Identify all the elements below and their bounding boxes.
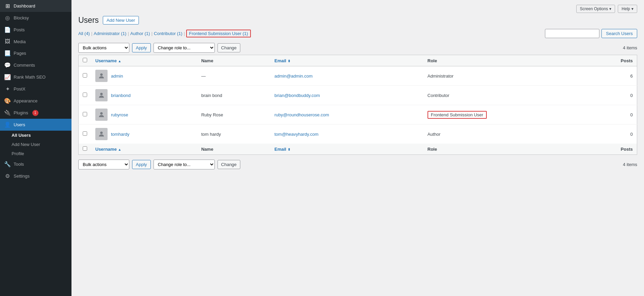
apply-button-bottom[interactable]: Apply — [132, 160, 151, 169]
email-cell-4: tom@heavyhardy.com — [270, 125, 423, 144]
table-row: tomhardytom hardytom@heavyhardy.comAutho… — [79, 125, 637, 144]
role-badge-3: Frontend Submission User — [428, 111, 487, 119]
email-column-header[interactable]: Email ⬍ — [270, 55, 423, 66]
sidebar-label-tools: Tools — [14, 162, 24, 167]
submenu-item-add-new-user[interactable]: Add New User — [0, 140, 71, 149]
row-checkbox-1[interactable] — [83, 73, 87, 78]
page-heading: Users Add New User — [78, 16, 637, 25]
users-table: Username ▲ Name Email ⬍ Role Posts admin… — [78, 55, 637, 155]
avatar-2 — [95, 89, 108, 101]
role-cell-4: Author — [423, 125, 587, 144]
sidebar-label-dashboard: Dashboard — [14, 3, 35, 9]
select-all-checkbox[interactable] — [83, 58, 87, 62]
table-row: rubyroseRuby Roseruby@roundhouserose.com… — [79, 105, 637, 125]
sidebar-label-comments: Comments — [14, 63, 35, 68]
select-all-footer-checkbox[interactable] — [83, 146, 87, 151]
sidebar-item-pages[interactable]: 📃Pages — [0, 47, 71, 59]
svg-point-0 — [100, 73, 102, 76]
change-button-top[interactable]: Change — [218, 43, 241, 52]
change-role-select-bottom[interactable]: Change role to... — [154, 160, 215, 169]
users-icon: 👤 — [4, 121, 11, 128]
sidebar-item-postx[interactable]: ✦PostX — [0, 83, 71, 95]
username-link-2[interactable]: brianbond — [111, 93, 131, 98]
row-checkbox-cell-1 — [79, 66, 92, 86]
search-area: Search Users — [545, 29, 637, 38]
top-bar-right: Screen Options ▾ Help ▾ — [576, 5, 637, 13]
email-footer-sort-icon: ⬍ — [288, 148, 290, 151]
filter-link-administrator[interactable]: Administrator (1) — [94, 31, 126, 36]
username-cell-4: tomhardy — [91, 125, 197, 144]
email-footer-header[interactable]: Email ⬍ — [270, 144, 423, 155]
filter-link-contributor[interactable]: Contributor (1) — [154, 31, 182, 36]
sidebar-item-plugins[interactable]: 🔌Plugins1 — [0, 107, 71, 119]
filter-link-all[interactable]: All (4) — [78, 31, 90, 36]
submenu-item-all-users[interactable]: All Users — [0, 131, 71, 140]
submenu-item-profile[interactable]: Profile — [0, 149, 71, 158]
sidebar-label-pages: Pages — [14, 51, 26, 56]
apply-button-top[interactable]: Apply — [132, 43, 151, 52]
sidebar-item-blocksy[interactable]: ◎Blocksy — [0, 12, 71, 24]
sidebar-item-appearance[interactable]: 🎨Appearance — [0, 95, 71, 107]
email-link-2[interactable]: brian@bondbuddy.com — [274, 93, 320, 98]
search-users-button[interactable]: Search Users — [601, 29, 637, 38]
email-cell-2: brian@bondbuddy.com — [270, 86, 423, 105]
email-link-1[interactable]: admin@admin.com — [274, 73, 312, 79]
change-role-select-top[interactable]: Change role to... — [154, 43, 215, 53]
row-checkbox-3[interactable] — [83, 112, 87, 116]
sidebar-label-appearance: Appearance — [14, 98, 37, 103]
sidebar-label-settings: Settings — [14, 174, 30, 179]
name-footer-header: Name — [197, 144, 270, 155]
username-link-3[interactable]: rubyrose — [111, 112, 128, 117]
username-footer-header[interactable]: Username ▲ — [91, 144, 197, 155]
sidebar-item-posts[interactable]: 📄Posts — [0, 24, 71, 36]
email-link-4[interactable]: tom@heavyhardy.com — [274, 132, 318, 137]
filter-link-author[interactable]: Author (1) — [130, 31, 150, 36]
table-footer-row: Username ▲ Name Email ⬍ Role Posts — [79, 144, 637, 155]
dashboard-icon: ⊞ — [4, 3, 11, 9]
sidebar-item-users[interactable]: 👤Users — [0, 119, 71, 131]
bulk-actions-select-bottom[interactable]: Bulk actions — [78, 160, 129, 169]
help-label: Help — [622, 6, 630, 11]
name-cell-3: Ruby Rose — [197, 105, 270, 125]
username-column-header[interactable]: Username ▲ — [91, 55, 197, 66]
bottom-toolbar: Bulk actions Apply Change role to... Cha… — [78, 158, 637, 171]
name-cell-4: tom hardy — [197, 125, 270, 144]
help-button[interactable]: Help ▾ — [618, 5, 637, 13]
row-checkbox-cell-3 — [79, 105, 92, 125]
blocksy-icon: ◎ — [4, 15, 11, 21]
username-link-4[interactable]: tomhardy — [111, 132, 129, 137]
email-link-3[interactable]: ruby@roundhouserose.com — [274, 112, 329, 117]
filter-sep-2: | — [128, 31, 129, 36]
add-new-user-button[interactable]: Add New User — [103, 16, 139, 24]
row-checkbox-4[interactable] — [83, 131, 87, 136]
bulk-actions-select-top[interactable]: Bulk actions — [78, 43, 129, 53]
top-toolbar: Bulk actions Apply Change role to... Cha… — [78, 41, 637, 55]
role-column-header: Role — [423, 55, 587, 66]
email-sort-icon: ⬍ — [288, 59, 290, 63]
filter-bar: All (4) | Administrator (1) | Author (1)… — [78, 29, 637, 38]
items-count-bottom: 4 items — [623, 162, 637, 167]
search-input[interactable] — [545, 29, 599, 38]
sidebar-item-comments[interactable]: 💬Comments — [0, 59, 71, 71]
username-cell-3: rubyrose — [91, 105, 197, 125]
change-button-bottom[interactable]: Change — [218, 160, 241, 169]
row-checkbox-cell-4 — [79, 125, 92, 144]
table-row: admin—admin@admin.comAdministrator6 — [79, 66, 637, 86]
table-header-row: Username ▲ Name Email ⬍ Role Posts — [79, 55, 637, 66]
sidebar-item-rankmath[interactable]: 📈Rank Math SEO — [0, 71, 71, 83]
username-link-1[interactable]: admin — [111, 73, 123, 79]
sidebar-item-tools[interactable]: 🔧Tools — [0, 158, 71, 170]
tools-icon: 🔧 — [4, 161, 11, 167]
filter-link-frontend_submission[interactable]: Frontend Submission User (1) — [186, 30, 251, 37]
avatar-1 — [95, 70, 108, 82]
sidebar-item-dashboard[interactable]: ⊞Dashboard — [0, 0, 71, 12]
main-content: Screen Options ▾ Help ▾ Users Add New Us… — [71, 0, 644, 296]
users-submenu: All UsersAdd New UserProfile — [0, 131, 71, 158]
comments-icon: 💬 — [4, 62, 11, 68]
items-count-top: 4 items — [623, 45, 637, 50]
avatar-4 — [95, 128, 108, 140]
screen-options-button[interactable]: Screen Options ▾ — [576, 5, 615, 13]
sidebar-item-media[interactable]: 🖼Media — [0, 36, 71, 47]
row-checkbox-2[interactable] — [83, 93, 87, 97]
sidebar-item-settings[interactable]: ⚙Settings — [0, 170, 71, 182]
